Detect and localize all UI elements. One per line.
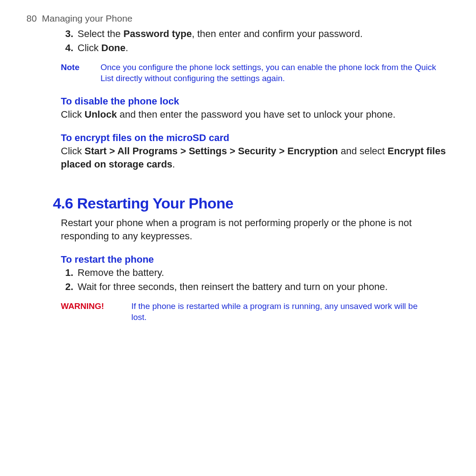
step-text: Wait for three seconds, then reinsert th… (78, 280, 450, 294)
page-header: 80 Managing your Phone (26, 13, 450, 24)
step-number: 1. (65, 266, 78, 279)
warning-block: WARNING! If the phone is restarted while… (61, 301, 450, 323)
step-number: 4. (65, 41, 78, 55)
section-4-6-intro: Restart your phone when a program is not… (61, 216, 450, 242)
subheading-disable-lock: To disable the phone lock (61, 96, 450, 107)
note-label: Note (61, 62, 100, 84)
subheading-restart: To restart the phone (61, 254, 450, 265)
chapter-title: Managing your Phone (42, 13, 132, 23)
subheading-encrypt: To encrypt files on the microSD card (61, 132, 450, 144)
disable-lock-text: Click Unlock and then enter the password… (61, 108, 450, 121)
warning-label: WARNING! (61, 301, 131, 323)
page-number: 80 (26, 13, 37, 23)
step-text: Remove the battery. (78, 266, 450, 279)
restart-step-1: 1. Remove the battery. (65, 266, 450, 279)
note-body: Once you configure the phone lock settin… (100, 62, 450, 84)
note-block: Note Once you configure the phone lock s… (61, 62, 450, 84)
step-number: 2. (65, 280, 78, 294)
warning-body: If the phone is restarted while a progra… (131, 301, 450, 323)
section-4-6-heading: 4.6 Restarting Your Phone (53, 195, 450, 212)
step-3: 3. Select the Password type, then enter … (65, 27, 450, 41)
manual-page: 80 Managing your Phone 3. Select the Pas… (0, 0, 476, 323)
step-text: Click Done. (78, 41, 450, 55)
encrypt-text: Click Start > All Programs > Settings > … (61, 145, 450, 171)
step-4: 4. Click Done. (65, 41, 450, 55)
step-number: 3. (65, 27, 78, 41)
restart-step-2: 2. Wait for three seconds, then reinsert… (65, 280, 450, 294)
step-text: Select the Password type, then enter and… (78, 27, 450, 41)
